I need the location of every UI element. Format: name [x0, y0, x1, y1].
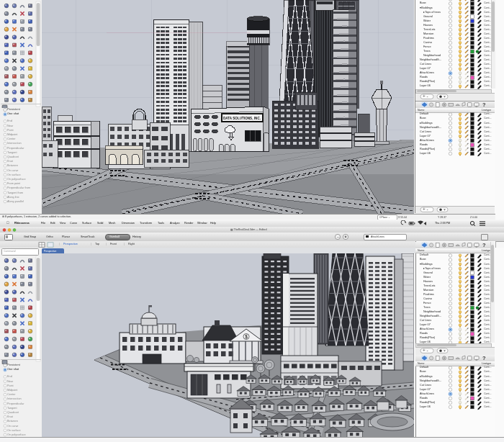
svg-text:?: ?: [482, 355, 486, 361]
svg-text:+ -: + -: [423, 94, 428, 99]
svg-text:DATA SOLUTIONS, INC.: DATA SOLUTIONS, INC.: [223, 117, 261, 120]
svg-text:+ -: + -: [423, 348, 428, 353]
svg-text:$: $: [245, 334, 248, 340]
svg-text:?: ?: [482, 102, 486, 108]
svg-text:↔: ↔: [336, 235, 341, 239]
svg-text:+ -: + -: [423, 207, 428, 212]
svg-text:?: ?: [482, 242, 486, 248]
